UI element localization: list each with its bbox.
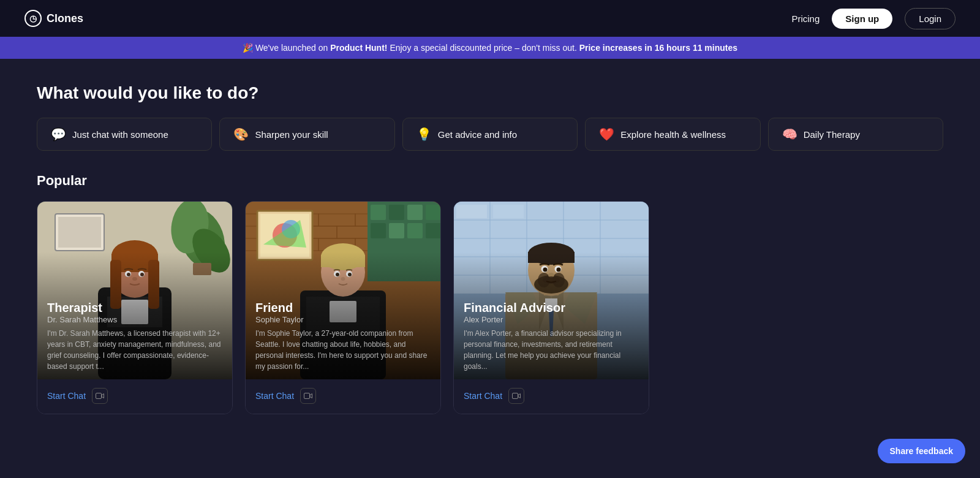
card-therapist-desc: I'm Dr. Sarah Matthews, a licensed thera… [47, 328, 222, 372]
card-therapist: Therapist Dr. Sarah Matthews I'm Dr. Sar… [37, 201, 233, 414]
svg-rect-46 [371, 223, 386, 238]
svg-rect-74 [493, 205, 524, 218]
svg-rect-21 [96, 393, 102, 399]
price-warning: Price increases in 16 hours 11 minutes [579, 43, 737, 53]
svg-rect-45 [426, 205, 440, 220]
tab-explore-health[interactable]: ❤️ Explore health & wellness [585, 118, 760, 151]
card-friend-overlay: Friend Sophie Taylor I'm Sophie Taylor, … [246, 252, 440, 379]
main-content: What would you like to do? 💬 Just chat w… [0, 59, 980, 433]
tab-explore-health-label: Explore health & wellness [620, 129, 726, 140]
svg-rect-47 [389, 223, 404, 238]
card-advisor-name: Alex Porter [464, 315, 639, 324]
page-question: What would you like to do? [37, 83, 943, 103]
logo[interactable]: ◷ Clones [24, 10, 83, 27]
svg-rect-62 [304, 393, 310, 399]
get-advice-icon: 💡 [417, 127, 432, 142]
app-name: Clones [47, 12, 83, 25]
video-call-friend-icon[interactable] [300, 388, 316, 404]
popular-section-title: Popular [37, 173, 943, 189]
signup-button[interactable]: Sign up [832, 9, 892, 29]
announcement-bar: 🎉 We've launched on Product Hunt! Enjoy … [0, 37, 980, 59]
daily-therapy-icon: 🧠 [782, 127, 797, 142]
just-chat-icon: 💬 [51, 127, 66, 142]
navbar: ◷ Clones Pricing Sign up Login [0, 0, 980, 37]
svg-rect-44 [407, 205, 423, 220]
tab-daily-therapy[interactable]: 🧠 Daily Therapy [768, 118, 943, 151]
card-therapist-image: Therapist Dr. Sarah Matthews I'm Dr. Sar… [37, 202, 232, 379]
card-advisor-overlay: Financial Advisor Alex Porter I'm Alex P… [454, 252, 649, 379]
start-chat-therapist-button[interactable]: Start Chat [47, 391, 86, 401]
card-friend-bottom: Start Chat [246, 379, 440, 414]
card-advisor: Financial Advisor Alex Porter I'm Alex P… [453, 201, 649, 414]
tab-just-chat-label: Just chat with someone [72, 129, 168, 140]
tab-sharpen-skill-label: Sharpen your skill [255, 129, 328, 140]
pricing-link[interactable]: Pricing [791, 13, 820, 24]
sharpen-skill-icon: 🎨 [233, 127, 249, 142]
tab-sharpen-skill[interactable]: 🎨 Sharpen your skill [219, 118, 394, 151]
start-chat-advisor-button[interactable]: Start Chat [464, 391, 502, 401]
svg-rect-6 [58, 217, 101, 248]
announcement-text-middle: Enjoy a special discounted price – don't… [390, 43, 579, 53]
tab-just-chat[interactable]: 💬 Just chat with someone [37, 118, 212, 151]
card-friend-name: Sophie Taylor [255, 315, 431, 324]
card-advisor-bottom: Start Chat [454, 379, 649, 414]
card-advisor-desc: I'm Alex Porter, a financial advisor spe… [464, 328, 639, 372]
card-friend-desc: I'm Sophie Taylor, a 27-year-old compani… [255, 328, 431, 372]
svg-rect-73 [456, 205, 487, 218]
card-therapist-bottom: Start Chat [37, 379, 232, 414]
svg-rect-96 [513, 393, 518, 399]
card-advisor-actions: Start Chat [464, 388, 639, 404]
card-friend-role: Friend [255, 301, 431, 315]
card-therapist-role: Therapist [47, 301, 222, 315]
card-advisor-role: Financial Advisor [464, 301, 639, 315]
tab-get-advice-label: Get advice and info [438, 129, 517, 140]
card-therapist-actions: Start Chat [47, 388, 222, 404]
announcement-emoji: 🎉 [243, 43, 253, 53]
svg-rect-49 [426, 223, 440, 238]
svg-rect-42 [371, 205, 386, 220]
start-chat-friend-button[interactable]: Start Chat [255, 391, 294, 401]
product-hunt-label: Product Hunt! [330, 43, 387, 53]
card-friend-actions: Start Chat [255, 388, 431, 404]
tab-daily-therapy-label: Daily Therapy [804, 129, 860, 140]
card-therapist-overlay: Therapist Dr. Sarah Matthews I'm Dr. Sar… [37, 252, 232, 379]
announcement-text-before: We've launched on [255, 43, 330, 53]
video-call-advisor-icon[interactable] [508, 388, 524, 404]
cards-row: Therapist Dr. Sarah Matthews I'm Dr. Sar… [37, 201, 943, 414]
share-feedback-button[interactable]: Share feedback [878, 439, 966, 463]
card-advisor-image: Financial Advisor Alex Porter I'm Alex P… [454, 202, 649, 379]
tab-get-advice[interactable]: 💡 Get advice and info [402, 118, 578, 151]
navbar-right: Pricing Sign up Login [791, 8, 956, 29]
svg-rect-48 [407, 223, 423, 238]
svg-rect-43 [389, 205, 404, 220]
card-friend-image: Friend Sophie Taylor I'm Sophie Taylor, … [246, 202, 440, 379]
explore-health-icon: ❤️ [599, 127, 614, 142]
logo-icon: ◷ [24, 10, 42, 27]
filter-tabs: 💬 Just chat with someone 🎨 Sharpen your … [37, 118, 943, 151]
card-therapist-name: Dr. Sarah Matthews [47, 315, 222, 324]
login-button[interactable]: Login [905, 8, 956, 29]
video-call-therapist-icon[interactable] [92, 388, 108, 404]
card-friend: Friend Sophie Taylor I'm Sophie Taylor, … [245, 201, 441, 414]
